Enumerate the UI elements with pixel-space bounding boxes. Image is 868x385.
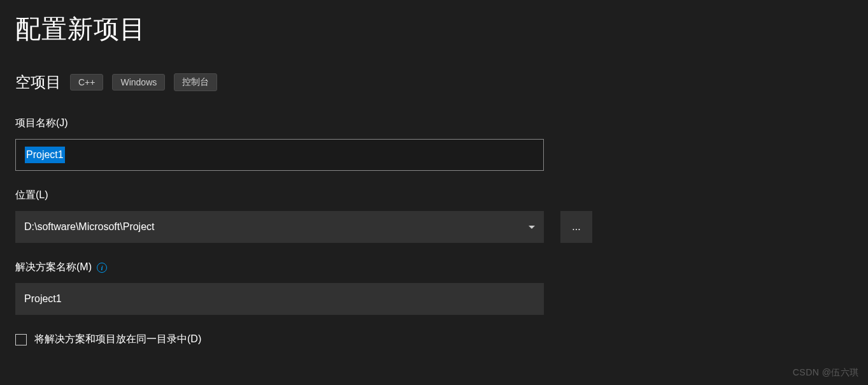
solution-name-label: 解决方案名称(M) <box>15 261 92 274</box>
solution-name-value: Project1 <box>24 293 62 305</box>
page-title: 配置新项目 <box>15 11 853 47</box>
chevron-down-icon <box>529 226 535 229</box>
location-label: 位置(L) <box>15 189 853 202</box>
info-icon[interactable]: i <box>97 263 107 273</box>
same-directory-label[interactable]: 将解决方案和项目放在同一目录中(D) <box>34 333 201 346</box>
tag-windows: Windows <box>112 74 165 91</box>
location-value: D:\software\Microsoft\Project <box>24 221 155 233</box>
project-name-group: 项目名称(J) Project1 <box>15 117 853 171</box>
project-name-input[interactable]: Project1 <box>15 139 544 171</box>
tag-console: 控制台 <box>174 73 217 91</box>
project-name-label: 项目名称(J) <box>15 117 853 130</box>
same-directory-checkbox[interactable] <box>15 334 27 345</box>
solution-name-input[interactable]: Project1 <box>15 283 544 315</box>
location-combobox[interactable]: D:\software\Microsoft\Project <box>15 211 544 243</box>
watermark: CSDN @伍六琪 <box>793 367 859 379</box>
tag-cpp: C++ <box>70 74 103 91</box>
template-name: 空项目 <box>15 72 61 92</box>
solution-name-group: 解决方案名称(M) i Project1 <box>15 261 853 315</box>
template-info-row: 空项目 C++ Windows 控制台 <box>15 72 853 92</box>
same-directory-row: 将解决方案和项目放在同一目录中(D) <box>15 333 853 346</box>
browse-button[interactable]: ... <box>560 211 592 243</box>
location-group: 位置(L) D:\software\Microsoft\Project ... <box>15 189 853 243</box>
project-name-value: Project1 <box>25 147 65 163</box>
